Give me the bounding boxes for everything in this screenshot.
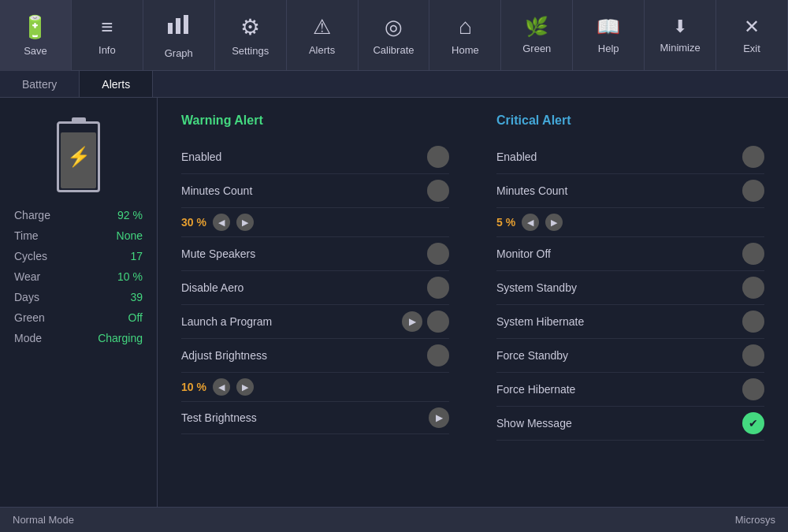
warning-percent-10-up[interactable]: ▶ bbox=[236, 378, 254, 396]
warning-aero-toggle[interactable] bbox=[427, 277, 449, 299]
critical-force-hibernate-toggle[interactable] bbox=[742, 378, 764, 400]
help-button[interactable]: 📖 Help bbox=[573, 0, 645, 71]
warning-mute-row: Mute Speakers bbox=[181, 237, 449, 271]
critical-system-standby-toggle[interactable] bbox=[742, 277, 764, 299]
green-button[interactable]: 🌿 Green bbox=[501, 0, 573, 71]
svg-rect-2 bbox=[184, 15, 188, 34]
home-icon: ⌂ bbox=[459, 14, 472, 39]
critical-alert-title: Critical Alert bbox=[496, 113, 764, 128]
exit-button[interactable]: ✕ Exit bbox=[716, 0, 788, 71]
minimize-button[interactable]: ⬇ Minimize bbox=[645, 0, 716, 71]
sidebar: ⚡ Charge 92 % Time None Cycles 17 Wear 1… bbox=[0, 98, 158, 507]
warning-mute-toggle[interactable] bbox=[427, 243, 449, 265]
warning-percent-30-value: 30 % bbox=[181, 216, 206, 229]
tab-alerts[interactable]: Alerts bbox=[80, 71, 153, 97]
critical-percent-5-value: 5 % bbox=[496, 216, 515, 229]
critical-force-standby-toggle[interactable] bbox=[742, 344, 764, 366]
warning-minutes-row: Minutes Count bbox=[181, 174, 449, 208]
warning-aero-row: Disable Aero bbox=[181, 271, 449, 305]
alerts-grid: Warning Alert Enabled Minutes Count 30 %… bbox=[181, 113, 764, 441]
stat-wear: Wear 10 % bbox=[8, 266, 149, 287]
critical-force-standby-row: Force Standby bbox=[496, 339, 764, 373]
warning-percent-10-row: 10 % ◀ ▶ bbox=[181, 373, 449, 402]
warning-test-brightness-play[interactable]: ▶ bbox=[429, 407, 449, 428]
settings-icon: ⚙ bbox=[240, 14, 260, 40]
graph-icon bbox=[166, 12, 191, 43]
critical-enabled-row: Enabled bbox=[496, 140, 764, 174]
save-icon: 🔋 bbox=[21, 14, 49, 40]
alerts-icon: ⚠ bbox=[313, 15, 331, 39]
critical-percent-5-down[interactable]: ◀ bbox=[522, 214, 539, 231]
critical-force-hibernate-row: Force Hibernate bbox=[496, 373, 764, 407]
warning-percent-30-down[interactable]: ◀ bbox=[213, 214, 230, 231]
warning-enabled-row: Enabled bbox=[181, 140, 449, 174]
critical-minutes-toggle[interactable] bbox=[742, 180, 764, 202]
status-right: Microsys bbox=[735, 514, 775, 526]
warning-percent-10-down[interactable]: ◀ bbox=[213, 378, 230, 396]
warning-brightness-row: Adjust Brightness bbox=[181, 339, 449, 373]
critical-show-message-toggle[interactable]: ✔ bbox=[742, 412, 764, 434]
svg-rect-0 bbox=[168, 23, 173, 34]
save-button[interactable]: 🔋 Save bbox=[0, 0, 72, 71]
calibrate-button[interactable]: ◎ Calibrate bbox=[359, 0, 430, 71]
stat-charge: Charge 92 % bbox=[8, 205, 149, 225]
stat-mode: Mode Charging bbox=[8, 328, 149, 348]
warning-percent-30-row: 30 % ◀ ▶ bbox=[181, 208, 449, 237]
critical-alert-section: Critical Alert Enabled Minutes Count 5 %… bbox=[496, 113, 764, 441]
warning-minutes-toggle[interactable] bbox=[427, 180, 449, 202]
critical-minutes-row: Minutes Count bbox=[496, 174, 764, 208]
critical-monitor-off-row: Monitor Off bbox=[496, 237, 764, 271]
warning-alert-section: Warning Alert Enabled Minutes Count 30 %… bbox=[181, 113, 449, 441]
tabbar: Battery Alerts bbox=[0, 71, 788, 98]
critical-show-message-row: Show Message ✔ bbox=[496, 407, 764, 441]
statusbar: Normal Mode Microsys bbox=[0, 507, 788, 532]
critical-enabled-toggle[interactable] bbox=[742, 146, 764, 168]
warning-alert-title: Warning Alert bbox=[181, 113, 449, 128]
warning-launch-play[interactable]: ▶ bbox=[402, 311, 422, 332]
green-icon: 🌿 bbox=[525, 16, 548, 38]
warning-percent-30-up[interactable]: ▶ bbox=[236, 214, 254, 231]
stat-days: Days 39 bbox=[8, 287, 149, 307]
alerts-content: Warning Alert Enabled Minutes Count 30 %… bbox=[158, 98, 788, 507]
minimize-icon: ⬇ bbox=[673, 17, 687, 37]
toolbar: 🔋 Save ≡ Info Graph ⚙ Settings ⚠ Alerts … bbox=[0, 0, 788, 71]
alerts-button[interactable]: ⚠ Alerts bbox=[287, 0, 359, 71]
stat-time: Time None bbox=[8, 225, 149, 246]
critical-system-hibernate-toggle[interactable] bbox=[742, 311, 764, 333]
warning-percent-10-value: 10 % bbox=[181, 381, 206, 393]
warning-launch-row: Launch a Program ▶ bbox=[181, 305, 449, 339]
graph-button[interactable]: Graph bbox=[143, 0, 215, 71]
help-icon: 📖 bbox=[597, 16, 620, 38]
critical-monitor-off-toggle[interactable] bbox=[742, 243, 764, 265]
info-button[interactable]: ≡ Info bbox=[72, 0, 143, 71]
calibrate-icon: ◎ bbox=[385, 15, 403, 39]
settings-button[interactable]: ⚙ Settings bbox=[215, 0, 287, 71]
stat-green: Green Off bbox=[8, 307, 149, 328]
main-content: ⚡ Charge 92 % Time None Cycles 17 Wear 1… bbox=[0, 98, 788, 507]
critical-percent-5-up[interactable]: ▶ bbox=[545, 214, 563, 231]
warning-enabled-toggle[interactable] bbox=[427, 146, 449, 168]
exit-icon: ✕ bbox=[744, 16, 760, 38]
tab-battery[interactable]: Battery bbox=[0, 71, 80, 97]
warning-brightness-toggle[interactable] bbox=[427, 344, 449, 366]
info-icon: ≡ bbox=[101, 15, 113, 39]
home-button[interactable]: ⌂ Home bbox=[429, 0, 501, 71]
critical-system-hibernate-row: System Hibernate bbox=[496, 305, 764, 339]
battery-icon: ⚡ bbox=[57, 121, 100, 192]
svg-rect-1 bbox=[176, 18, 180, 34]
warning-test-brightness-row: Test Brightness ▶ bbox=[181, 402, 449, 434]
critical-system-standby-row: System Standby bbox=[496, 271, 764, 305]
status-left: Normal Mode bbox=[13, 514, 74, 526]
critical-percent-5-row: 5 % ◀ ▶ bbox=[496, 208, 764, 237]
stat-cycles: Cycles 17 bbox=[8, 246, 149, 266]
warning-launch-toggle[interactable] bbox=[427, 311, 449, 333]
